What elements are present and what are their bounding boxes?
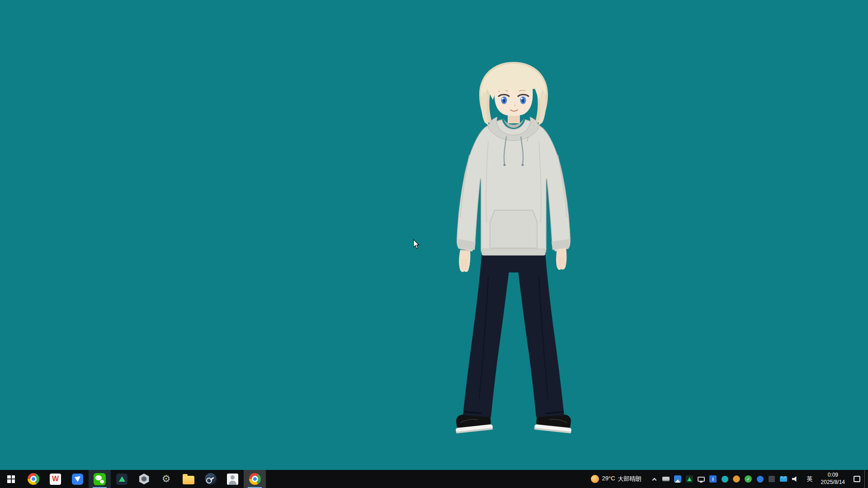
shiba-icon (733, 475, 740, 483)
tray-cube-app[interactable] (768, 475, 776, 483)
tray-tree-app[interactable] (686, 475, 693, 483)
display-icon (698, 477, 705, 482)
start-button[interactable] (0, 470, 22, 488)
language-label: 英 (807, 475, 813, 483)
green-triangle-icon (116, 474, 127, 485)
taskbar-item-wechat[interactable] (89, 470, 111, 488)
taskbar-item-steam[interactable] (199, 470, 222, 488)
taskbar-item-green-triangle-app[interactable] (111, 470, 133, 488)
tray-gpu[interactable] (662, 475, 670, 483)
steam-icon (205, 473, 217, 485)
character-pants (463, 252, 564, 417)
show-desktop-button[interactable] (864, 470, 868, 488)
mail-icon (780, 476, 787, 482)
weather-condition: 大部晴朗 (618, 475, 642, 483)
taskbar-item-chrome-active[interactable] (244, 470, 266, 488)
taskbar-item-gear-app[interactable] (155, 470, 177, 488)
gear-icon (162, 474, 171, 484)
volume-button[interactable] (792, 475, 799, 483)
vroid-character (434, 60, 579, 453)
clock-date: 2025/8/14 (821, 479, 845, 486)
desktop: 29°C 大部晴朗 英 (0, 0, 868, 488)
tray-display[interactable] (698, 475, 705, 483)
taskbar-item-hexagon-app[interactable] (133, 470, 155, 488)
tray-antivirus[interactable] (745, 475, 752, 483)
wechat-icon (94, 473, 106, 485)
photo-icon (674, 475, 681, 483)
weather-text: 29°C 大部晴朗 (602, 475, 642, 483)
taskbar-item-blue-messenger[interactable] (66, 470, 89, 488)
info-icon (709, 475, 717, 483)
clock-time: 0:09 (821, 472, 845, 479)
taskbar-pinned-apps (0, 470, 266, 488)
folder-icon (183, 476, 194, 484)
blue-messenger-icon (72, 474, 83, 485)
action-center-icon (854, 476, 860, 482)
taskbar-item-wps-office[interactable] (44, 470, 66, 488)
weather-widget[interactable]: 29°C 大部晴朗 (585, 470, 647, 488)
mouse-cursor (412, 239, 421, 249)
chrome-icon (28, 473, 39, 485)
tray-info[interactable] (709, 475, 717, 483)
tray-cloud-sync[interactable] (756, 475, 764, 483)
gpu-icon (662, 477, 670, 481)
tree-icon (686, 475, 693, 483)
hidden-icons-chevron[interactable] (651, 475, 658, 483)
system-tray: 29°C 大部晴朗 英 (585, 470, 868, 488)
chevron-up-icon (652, 478, 656, 482)
hexagon-icon (139, 474, 149, 484)
tray-shiba-app[interactable] (733, 475, 741, 483)
clock[interactable]: 0:09 2025/8/14 (817, 470, 849, 488)
antivirus-check-icon (745, 475, 752, 483)
language-indicator[interactable]: 英 (803, 470, 817, 488)
speaker-icon (792, 476, 799, 482)
taskbar-item-file-explorer[interactable] (177, 470, 199, 488)
cloud-icon (757, 476, 764, 483)
taskbar-item-photos[interactable] (222, 470, 244, 488)
action-center-button[interactable] (849, 470, 864, 488)
photos-icon (227, 474, 238, 485)
tray-icon-area (647, 475, 803, 483)
teal-circle-icon (722, 476, 728, 483)
weather-temperature: 29°C (602, 475, 615, 483)
tray-photo-viewer[interactable] (674, 475, 682, 483)
chrome-icon (249, 473, 261, 485)
wps-office-icon (50, 474, 61, 485)
cube-icon (769, 476, 775, 482)
tray-teal-app[interactable] (721, 475, 729, 483)
weather-sun-icon (591, 475, 599, 483)
windows-logo-icon (7, 475, 15, 483)
taskbar-item-chrome[interactable] (22, 470, 44, 488)
tray-mail[interactable] (780, 475, 788, 483)
taskbar: 29°C 大部晴朗 英 (0, 470, 868, 488)
